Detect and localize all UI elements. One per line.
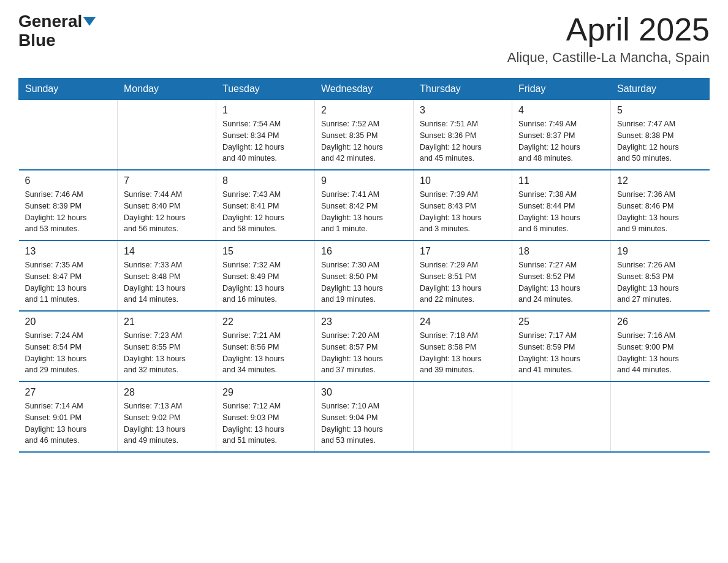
calendar-cell: 27Sunrise: 7:14 AMSunset: 9:01 PMDayligh… [19,381,118,452]
calendar-cell: 23Sunrise: 7:20 AMSunset: 8:57 PMDayligh… [315,311,414,381]
day-number: 2 [321,105,407,116]
day-info: Sunrise: 7:35 AMSunset: 8:47 PMDaylight:… [25,259,112,305]
day-number: 6 [25,175,112,186]
day-info: Sunrise: 7:32 AMSunset: 8:49 PMDaylight:… [222,259,308,305]
day-number: 21 [124,316,210,327]
calendar-week-row: 27Sunrise: 7:14 AMSunset: 9:01 PMDayligh… [19,381,710,452]
day-info: Sunrise: 7:21 AMSunset: 8:56 PMDaylight:… [222,330,308,376]
day-number: 9 [321,175,407,186]
logo: General Blue [18,12,96,50]
day-number: 30 [321,387,407,398]
calendar-cell: 16Sunrise: 7:30 AMSunset: 8:50 PMDayligh… [315,240,414,311]
calendar-table: SundayMondayTuesdayWednesdayThursdayFrid… [18,78,710,453]
calendar-cell: 1Sunrise: 7:54 AMSunset: 8:34 PMDaylight… [216,100,315,170]
calendar-cell: 13Sunrise: 7:35 AMSunset: 8:47 PMDayligh… [19,240,118,311]
weekday-header-thursday: Thursday [414,79,512,100]
day-number: 23 [321,316,407,327]
calendar-cell [19,100,118,170]
calendar-week-row: 6Sunrise: 7:46 AMSunset: 8:39 PMDaylight… [19,170,710,240]
day-info: Sunrise: 7:18 AMSunset: 8:58 PMDaylight:… [420,330,506,376]
day-number: 15 [222,246,308,257]
calendar-week-row: 20Sunrise: 7:24 AMSunset: 8:54 PMDayligh… [19,311,710,381]
weekday-header-wednesday: Wednesday [315,79,414,100]
calendar-cell: 14Sunrise: 7:33 AMSunset: 8:48 PMDayligh… [118,240,216,311]
day-number: 25 [518,316,604,327]
day-info: Sunrise: 7:44 AMSunset: 8:40 PMDaylight:… [124,189,210,235]
day-number: 10 [420,175,506,186]
day-number: 12 [617,175,703,186]
calendar-week-row: 1Sunrise: 7:54 AMSunset: 8:34 PMDaylight… [19,100,710,170]
day-info: Sunrise: 7:29 AMSunset: 8:51 PMDaylight:… [420,259,506,305]
day-info: Sunrise: 7:27 AMSunset: 8:52 PMDaylight:… [518,259,604,305]
title-block: April 2025 Alique, Castille-La Mancha, S… [507,12,710,66]
day-info: Sunrise: 7:20 AMSunset: 8:57 PMDaylight:… [321,330,407,376]
day-number: 20 [25,316,112,327]
calendar-cell [414,381,512,452]
day-info: Sunrise: 7:30 AMSunset: 8:50 PMDaylight:… [321,259,407,305]
calendar-cell: 26Sunrise: 7:16 AMSunset: 9:00 PMDayligh… [611,311,710,381]
calendar-cell: 19Sunrise: 7:26 AMSunset: 8:53 PMDayligh… [611,240,710,311]
day-number: 16 [321,246,407,257]
day-info: Sunrise: 7:24 AMSunset: 8:54 PMDaylight:… [25,330,112,376]
day-number: 1 [222,105,308,116]
day-info: Sunrise: 7:16 AMSunset: 9:00 PMDaylight:… [617,330,703,376]
weekday-header-monday: Monday [118,79,216,100]
calendar-cell: 12Sunrise: 7:36 AMSunset: 8:46 PMDayligh… [611,170,710,240]
calendar-cell: 21Sunrise: 7:23 AMSunset: 8:55 PMDayligh… [118,311,216,381]
day-info: Sunrise: 7:14 AMSunset: 9:01 PMDaylight:… [25,400,112,446]
day-number: 7 [124,175,210,186]
day-number: 11 [518,175,604,186]
day-number: 8 [222,175,308,186]
calendar-cell: 7Sunrise: 7:44 AMSunset: 8:40 PMDaylight… [118,170,216,240]
day-info: Sunrise: 7:33 AMSunset: 8:48 PMDaylight:… [124,259,210,305]
day-info: Sunrise: 7:23 AMSunset: 8:55 PMDaylight:… [124,330,210,376]
day-info: Sunrise: 7:43 AMSunset: 8:41 PMDaylight:… [222,189,308,235]
day-number: 5 [617,105,703,116]
calendar-cell: 5Sunrise: 7:47 AMSunset: 8:38 PMDaylight… [611,100,710,170]
calendar-cell: 29Sunrise: 7:12 AMSunset: 9:03 PMDayligh… [216,381,315,452]
weekday-header-row: SundayMondayTuesdayWednesdayThursdayFrid… [19,79,710,100]
calendar-cell [118,100,216,170]
calendar-cell: 17Sunrise: 7:29 AMSunset: 8:51 PMDayligh… [414,240,512,311]
day-number: 27 [25,387,112,398]
day-number: 19 [617,246,703,257]
day-info: Sunrise: 7:41 AMSunset: 8:42 PMDaylight:… [321,189,407,235]
day-info: Sunrise: 7:39 AMSunset: 8:43 PMDaylight:… [420,189,506,235]
calendar-cell: 8Sunrise: 7:43 AMSunset: 8:41 PMDaylight… [216,170,315,240]
day-info: Sunrise: 7:13 AMSunset: 9:02 PMDaylight:… [124,400,210,446]
day-info: Sunrise: 7:17 AMSunset: 8:59 PMDaylight:… [518,330,604,376]
day-number: 17 [420,246,506,257]
weekday-header-friday: Friday [512,79,611,100]
location-title: Alique, Castille-La Mancha, Spain [507,50,710,66]
calendar-cell: 28Sunrise: 7:13 AMSunset: 9:02 PMDayligh… [118,381,216,452]
calendar-cell: 30Sunrise: 7:10 AMSunset: 9:04 PMDayligh… [315,381,414,452]
day-info: Sunrise: 7:49 AMSunset: 8:37 PMDaylight:… [518,118,604,164]
day-info: Sunrise: 7:12 AMSunset: 9:03 PMDaylight:… [222,400,308,446]
day-info: Sunrise: 7:36 AMSunset: 8:46 PMDaylight:… [617,189,703,235]
day-info: Sunrise: 7:26 AMSunset: 8:53 PMDaylight:… [617,259,703,305]
logo-arrow-icon [83,17,96,26]
day-number: 3 [420,105,506,116]
calendar-cell: 11Sunrise: 7:38 AMSunset: 8:44 PMDayligh… [512,170,611,240]
calendar-cell: 24Sunrise: 7:18 AMSunset: 8:58 PMDayligh… [414,311,512,381]
day-number: 18 [518,246,604,257]
day-number: 29 [222,387,308,398]
weekday-header-tuesday: Tuesday [216,79,315,100]
day-info: Sunrise: 7:38 AMSunset: 8:44 PMDaylight:… [518,189,604,235]
day-info: Sunrise: 7:54 AMSunset: 8:34 PMDaylight:… [222,118,308,164]
logo-general: General [18,12,82,31]
calendar-cell: 20Sunrise: 7:24 AMSunset: 8:54 PMDayligh… [19,311,118,381]
logo-blue: Blue [18,31,56,50]
calendar-cell: 6Sunrise: 7:46 AMSunset: 8:39 PMDaylight… [19,170,118,240]
day-number: 4 [518,105,604,116]
day-number: 28 [124,387,210,398]
calendar-cell: 15Sunrise: 7:32 AMSunset: 8:49 PMDayligh… [216,240,315,311]
day-number: 26 [617,316,703,327]
day-info: Sunrise: 7:46 AMSunset: 8:39 PMDaylight:… [25,189,112,235]
weekday-header-saturday: Saturday [611,79,710,100]
day-number: 22 [222,316,308,327]
page-header: General Blue April 2025 Alique, Castille… [18,12,710,66]
month-title: April 2025 [507,12,710,47]
calendar-cell [512,381,611,452]
day-info: Sunrise: 7:47 AMSunset: 8:38 PMDaylight:… [617,118,703,164]
